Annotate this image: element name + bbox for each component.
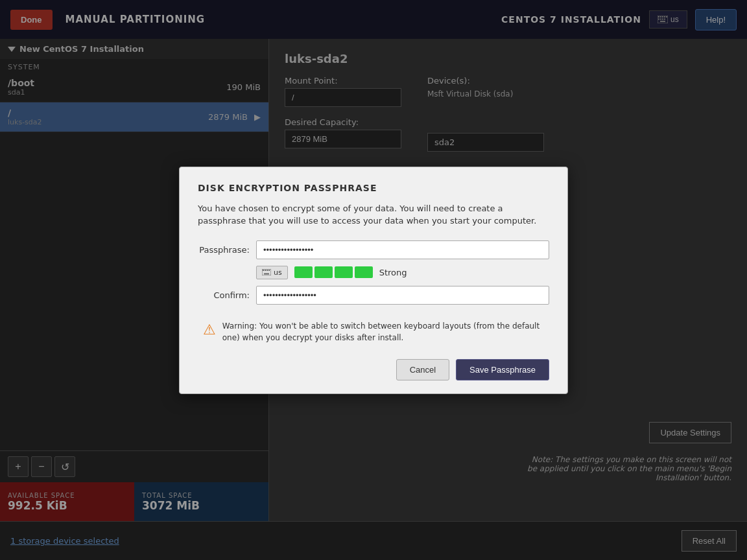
strength-bar-3: [335, 266, 353, 278]
svg-rect-13: [265, 270, 266, 271]
keyboard-indicator-icon: [262, 269, 271, 275]
dialog-title: DISK ENCRYPTION PASSPHRASE: [198, 183, 549, 193]
warning-row: ⚠ Warning: You won't be able to switch b…: [198, 315, 549, 349]
warning-text: Warning: You won't be able to switch bet…: [222, 320, 544, 344]
strength-bars: [294, 266, 373, 278]
passphrase-input[interactable]: [256, 240, 549, 259]
strength-bar-2: [314, 266, 333, 278]
passphrase-label: Passphrase:: [198, 245, 250, 255]
keyboard-indicator-label: us: [274, 268, 282, 277]
strength-label: Strong: [379, 268, 407, 277]
overlay: DISK ENCRYPTION PASSPHRASE You have chos…: [0, 0, 747, 560]
save-passphrase-button[interactable]: Save Passphrase: [456, 359, 549, 380]
svg-rect-12: [263, 270, 264, 271]
dialog-form: Passphrase: us: [198, 240, 549, 305]
svg-rect-15: [268, 270, 270, 271]
confirm-label: Confirm:: [198, 290, 250, 300]
confirm-input[interactable]: [256, 286, 549, 305]
strength-row: us Strong: [256, 266, 549, 279]
warning-icon: ⚠: [203, 321, 216, 338]
strength-bar-4: [355, 266, 373, 278]
cancel-button[interactable]: Cancel: [396, 359, 449, 380]
dialog-buttons: Cancel Save Passphrase: [198, 359, 549, 380]
strength-bar-1: [294, 266, 313, 278]
passphrase-row: Passphrase:: [198, 240, 549, 259]
svg-rect-14: [267, 270, 268, 271]
dialog: DISK ENCRYPTION PASSPHRASE You have chos…: [179, 167, 568, 394]
svg-rect-16: [264, 274, 269, 275]
keyboard-indicator[interactable]: us: [256, 266, 288, 279]
confirm-row: Confirm:: [198, 286, 549, 305]
dialog-description: You have chosen to encrypt some of your …: [198, 202, 549, 228]
